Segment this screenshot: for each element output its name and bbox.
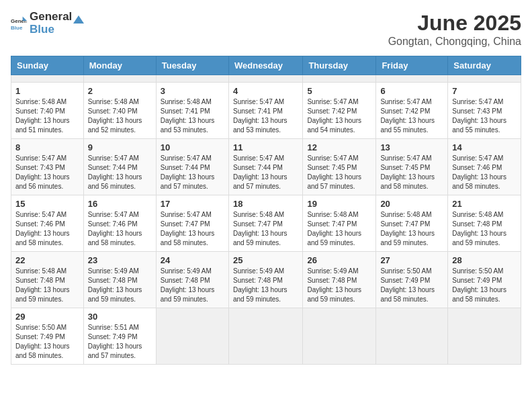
day-info: Sunrise: 5:49 AMSunset: 7:48 PMDaylight:… xyxy=(161,267,224,304)
day-cell: 9Sunrise: 5:47 AMSunset: 7:44 PMDaylight… xyxy=(83,139,156,195)
day-cell xyxy=(448,308,521,365)
day-cell: 2Sunrise: 5:48 AMSunset: 7:40 PMDaylight… xyxy=(83,83,156,139)
day-number: 5 xyxy=(307,86,371,96)
day-info: Sunrise: 5:47 AMSunset: 7:45 PMDaylight:… xyxy=(307,154,371,191)
week-row-3: 15Sunrise: 5:47 AMSunset: 7:46 PMDayligh… xyxy=(11,195,521,252)
day-number: 25 xyxy=(233,255,298,265)
day-info: Sunrise: 5:48 AMSunset: 7:47 PMDaylight:… xyxy=(307,210,371,248)
day-number: 3 xyxy=(161,86,224,96)
day-number: 8 xyxy=(15,142,79,152)
day-cell xyxy=(83,75,156,83)
day-info: Sunrise: 5:50 AMSunset: 7:49 PMDaylight:… xyxy=(452,267,517,304)
day-info: Sunrise: 5:49 AMSunset: 7:48 PMDaylight:… xyxy=(307,267,371,304)
logo-general: General xyxy=(30,11,72,24)
location-subtitle: Gongtan, Chongqing, China xyxy=(388,36,521,48)
day-cell: 19Sunrise: 5:48 AMSunset: 7:47 PMDayligh… xyxy=(303,195,376,252)
day-cell: 7Sunrise: 5:47 AMSunset: 7:43 PMDaylight… xyxy=(448,83,521,139)
day-cell: 22Sunrise: 5:48 AMSunset: 7:48 PMDayligh… xyxy=(11,252,84,308)
day-cell: 26Sunrise: 5:49 AMSunset: 7:48 PMDayligh… xyxy=(303,252,376,308)
day-cell: 28Sunrise: 5:50 AMSunset: 7:49 PMDayligh… xyxy=(448,252,521,308)
day-cell xyxy=(376,75,448,83)
day-info: Sunrise: 5:49 AMSunset: 7:48 PMDaylight:… xyxy=(88,267,152,304)
day-number: 28 xyxy=(452,255,517,265)
day-number: 23 xyxy=(88,255,152,265)
day-cell: 3Sunrise: 5:48 AMSunset: 7:41 PMDaylight… xyxy=(156,83,228,139)
day-number: 27 xyxy=(380,255,443,265)
header-cell-saturday: Saturday xyxy=(448,56,521,75)
day-number: 26 xyxy=(307,255,371,265)
header-cell-monday: Monday xyxy=(83,56,156,75)
day-cell xyxy=(303,308,376,365)
day-info: Sunrise: 5:47 AMSunset: 7:44 PMDaylight:… xyxy=(88,154,152,191)
logo: General Blue General Blue xyxy=(11,11,85,36)
svg-marker-3 xyxy=(73,15,84,24)
logo-blue: Blue xyxy=(30,24,72,36)
day-number: 29 xyxy=(15,312,79,322)
day-cell: 21Sunrise: 5:48 AMSunset: 7:48 PMDayligh… xyxy=(448,195,521,252)
day-number: 16 xyxy=(88,199,152,209)
day-info: Sunrise: 5:48 AMSunset: 7:40 PMDaylight:… xyxy=(88,97,152,135)
day-info: Sunrise: 5:47 AMSunset: 7:42 PMDaylight:… xyxy=(380,97,443,135)
day-cell xyxy=(303,75,376,83)
day-number: 18 xyxy=(233,199,298,209)
day-cell xyxy=(376,308,448,365)
week-row-5: 29Sunrise: 5:50 AMSunset: 7:49 PMDayligh… xyxy=(11,308,521,365)
month-year-title: June 2025 xyxy=(388,11,521,36)
day-number: 2 xyxy=(88,86,152,96)
day-number: 10 xyxy=(161,142,224,152)
day-number: 21 xyxy=(452,199,517,209)
day-info: Sunrise: 5:47 AMSunset: 7:43 PMDaylight:… xyxy=(15,154,79,191)
svg-text:Blue: Blue xyxy=(11,24,23,30)
day-info: Sunrise: 5:50 AMSunset: 7:49 PMDaylight:… xyxy=(380,267,443,304)
day-cell: 30Sunrise: 5:51 AMSunset: 7:49 PMDayligh… xyxy=(83,308,156,365)
day-number: 12 xyxy=(307,142,371,152)
day-cell: 5Sunrise: 5:47 AMSunset: 7:42 PMDaylight… xyxy=(303,83,376,139)
day-cell: 23Sunrise: 5:49 AMSunset: 7:48 PMDayligh… xyxy=(83,252,156,308)
day-number: 30 xyxy=(88,312,152,322)
week-row-1: 1Sunrise: 5:48 AMSunset: 7:40 PMDaylight… xyxy=(11,83,521,139)
day-cell: 29Sunrise: 5:50 AMSunset: 7:49 PMDayligh… xyxy=(11,308,84,365)
day-number: 17 xyxy=(161,199,224,209)
day-number: 9 xyxy=(88,142,152,152)
day-number: 14 xyxy=(452,142,517,152)
title-section: June 2025 Gongtan, Chongqing, China xyxy=(388,11,521,48)
day-info: Sunrise: 5:47 AMSunset: 7:44 PMDaylight:… xyxy=(233,154,298,191)
logo-arrow-icon xyxy=(72,14,85,28)
day-info: Sunrise: 5:47 AMSunset: 7:47 PMDaylight:… xyxy=(161,210,224,248)
day-cell: 15Sunrise: 5:47 AMSunset: 7:46 PMDayligh… xyxy=(11,195,84,252)
day-number: 1 xyxy=(15,86,79,96)
day-cell: 14Sunrise: 5:47 AMSunset: 7:46 PMDayligh… xyxy=(448,139,521,195)
day-info: Sunrise: 5:47 AMSunset: 7:45 PMDaylight:… xyxy=(380,154,443,191)
day-info: Sunrise: 5:47 AMSunset: 7:44 PMDaylight:… xyxy=(161,154,224,191)
week-row-2: 8Sunrise: 5:47 AMSunset: 7:43 PMDaylight… xyxy=(11,139,521,195)
day-cell xyxy=(156,308,228,365)
day-cell: 8Sunrise: 5:47 AMSunset: 7:43 PMDaylight… xyxy=(11,139,84,195)
week-row-0 xyxy=(11,75,521,83)
day-cell xyxy=(448,75,521,83)
day-info: Sunrise: 5:51 AMSunset: 7:49 PMDaylight:… xyxy=(88,323,152,361)
day-number: 24 xyxy=(161,255,224,265)
day-cell: 17Sunrise: 5:47 AMSunset: 7:47 PMDayligh… xyxy=(156,195,228,252)
day-info: Sunrise: 5:47 AMSunset: 7:41 PMDaylight:… xyxy=(233,97,298,135)
day-number: 22 xyxy=(15,255,79,265)
header-cell-wednesday: Wednesday xyxy=(228,56,302,75)
day-cell xyxy=(156,75,228,83)
day-info: Sunrise: 5:48 AMSunset: 7:48 PMDaylight:… xyxy=(452,210,517,248)
day-number: 15 xyxy=(15,199,79,209)
day-number: 20 xyxy=(380,199,443,209)
header-row: SundayMondayTuesdayWednesdayThursdayFrid… xyxy=(11,56,521,75)
day-cell xyxy=(228,308,302,365)
day-cell: 6Sunrise: 5:47 AMSunset: 7:42 PMDaylight… xyxy=(376,83,448,139)
day-cell: 18Sunrise: 5:48 AMSunset: 7:47 PMDayligh… xyxy=(228,195,302,252)
day-info: Sunrise: 5:47 AMSunset: 7:43 PMDaylight:… xyxy=(452,97,517,135)
day-cell: 20Sunrise: 5:48 AMSunset: 7:47 PMDayligh… xyxy=(376,195,448,252)
header-cell-tuesday: Tuesday xyxy=(156,56,228,75)
day-info: Sunrise: 5:47 AMSunset: 7:46 PMDaylight:… xyxy=(88,210,152,248)
day-info: Sunrise: 5:48 AMSunset: 7:48 PMDaylight:… xyxy=(15,267,79,304)
day-cell: 16Sunrise: 5:47 AMSunset: 7:46 PMDayligh… xyxy=(83,195,156,252)
calendar-table: SundayMondayTuesdayWednesdayThursdayFrid… xyxy=(11,56,521,365)
day-cell xyxy=(228,75,302,83)
day-cell: 4Sunrise: 5:47 AMSunset: 7:41 PMDaylight… xyxy=(228,83,302,139)
day-info: Sunrise: 5:50 AMSunset: 7:49 PMDaylight:… xyxy=(15,323,79,361)
day-number: 13 xyxy=(380,142,443,152)
